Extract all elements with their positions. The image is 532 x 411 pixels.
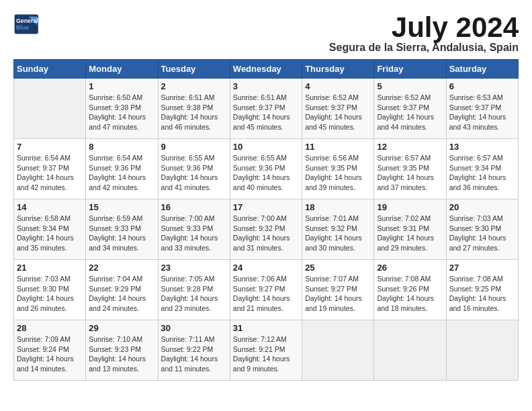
week-row-3: 14Sunrise: 6:58 AMSunset: 9:34 PMDayligh… [14, 199, 519, 260]
day-number: 3 [233, 81, 299, 91]
calendar-cell: 12Sunrise: 6:57 AMSunset: 9:35 PMDayligh… [374, 139, 446, 199]
calendar-cell: 5Sunrise: 6:52 AMSunset: 9:37 PMDaylight… [374, 79, 446, 139]
cell-content: Sunrise: 7:10 AMSunset: 9:23 PMDaylight:… [89, 334, 154, 374]
calendar-cell: 8Sunrise: 6:54 AMSunset: 9:36 PMDaylight… [86, 139, 158, 199]
calendar-cell: 16Sunrise: 7:00 AMSunset: 9:33 PMDayligh… [158, 199, 230, 260]
day-number: 22 [89, 263, 154, 273]
cell-content: Sunrise: 6:56 AMSunset: 9:35 PMDaylight:… [305, 153, 371, 193]
week-row-5: 28Sunrise: 7:09 AMSunset: 9:24 PMDayligh… [14, 320, 519, 381]
header-day-saturday: Saturday [446, 60, 518, 79]
day-number: 19 [377, 202, 443, 212]
svg-text:Blue: Blue [16, 24, 29, 31]
day-number: 13 [449, 142, 515, 152]
calendar-cell: 27Sunrise: 7:08 AMSunset: 9:25 PMDayligh… [446, 260, 518, 320]
cell-content: Sunrise: 6:54 AMSunset: 9:37 PMDaylight:… [17, 153, 83, 193]
day-number: 29 [89, 323, 154, 333]
cell-content: Sunrise: 7:09 AMSunset: 9:24 PMDaylight:… [17, 334, 83, 374]
calendar-cell: 28Sunrise: 7:09 AMSunset: 9:24 PMDayligh… [14, 320, 86, 381]
cell-content: Sunrise: 6:55 AMSunset: 9:36 PMDaylight:… [161, 153, 227, 193]
cell-content: Sunrise: 7:12 AMSunset: 9:21 PMDaylight:… [233, 334, 299, 374]
cell-content: Sunrise: 7:06 AMSunset: 9:27 PMDaylight:… [233, 274, 299, 314]
header-day-friday: Friday [374, 60, 446, 79]
cell-content: Sunrise: 6:58 AMSunset: 9:34 PMDaylight:… [17, 214, 83, 253]
cell-content: Sunrise: 7:01 AMSunset: 9:32 PMDaylight:… [305, 214, 371, 253]
title-area: July 2024 Segura de la Sierra, Andalusia… [329, 13, 519, 54]
calendar-cell: 20Sunrise: 7:03 AMSunset: 9:30 PMDayligh… [446, 199, 518, 260]
cell-content: Sunrise: 6:57 AMSunset: 9:34 PMDaylight:… [449, 153, 515, 193]
header-day-monday: Monday [86, 60, 158, 79]
calendar-cell: 29Sunrise: 7:10 AMSunset: 9:23 PMDayligh… [86, 320, 158, 381]
calendar-header-row: SundayMondayTuesdayWednesdayThursdayFrid… [14, 60, 519, 79]
cell-content: Sunrise: 6:53 AMSunset: 9:37 PMDaylight:… [449, 93, 515, 132]
day-number: 11 [305, 142, 371, 152]
day-number: 4 [305, 81, 371, 91]
day-number: 27 [449, 263, 515, 273]
cell-content: Sunrise: 6:52 AMSunset: 9:37 PMDaylight:… [305, 93, 371, 132]
day-number: 10 [233, 142, 299, 152]
location-subtitle: Segura de la Sierra, Andalusia, Spain [329, 42, 519, 54]
day-number: 2 [161, 81, 227, 91]
logo-icon: General Blue [13, 13, 40, 35]
cell-content: Sunrise: 7:03 AMSunset: 9:30 PMDaylight:… [449, 214, 515, 253]
day-number: 31 [233, 323, 299, 333]
cell-content: Sunrise: 6:52 AMSunset: 9:37 PMDaylight:… [377, 93, 443, 132]
cell-content: Sunrise: 6:51 AMSunset: 9:38 PMDaylight:… [161, 93, 227, 132]
header-day-sunday: Sunday [14, 60, 86, 79]
day-number: 26 [377, 263, 443, 273]
cell-content: Sunrise: 7:07 AMSunset: 9:27 PMDaylight:… [305, 274, 371, 314]
cell-content: Sunrise: 7:04 AMSunset: 9:29 PMDaylight:… [89, 274, 154, 314]
day-number: 20 [449, 202, 515, 212]
calendar-cell: 19Sunrise: 7:02 AMSunset: 9:31 PMDayligh… [374, 199, 446, 260]
week-row-4: 21Sunrise: 7:03 AMSunset: 9:30 PMDayligh… [14, 260, 519, 320]
calendar-cell: 24Sunrise: 7:06 AMSunset: 9:27 PMDayligh… [230, 260, 302, 320]
calendar-cell: 14Sunrise: 6:58 AMSunset: 9:34 PMDayligh… [14, 199, 86, 260]
cell-content: Sunrise: 7:03 AMSunset: 9:30 PMDaylight:… [17, 274, 83, 314]
calendar-cell: 26Sunrise: 7:08 AMSunset: 9:26 PMDayligh… [374, 260, 446, 320]
cell-content: Sunrise: 7:00 AMSunset: 9:33 PMDaylight:… [161, 214, 227, 253]
day-number: 15 [89, 202, 154, 212]
calendar-cell: 2Sunrise: 6:51 AMSunset: 9:38 PMDaylight… [158, 79, 230, 139]
day-number: 21 [17, 263, 83, 273]
cell-content: Sunrise: 6:51 AMSunset: 9:37 PMDaylight:… [233, 93, 299, 132]
day-number: 8 [89, 142, 154, 152]
day-number: 14 [17, 202, 83, 212]
cell-content: Sunrise: 7:05 AMSunset: 9:28 PMDaylight:… [161, 274, 227, 314]
day-number: 17 [233, 202, 299, 212]
day-number: 6 [449, 81, 515, 91]
calendar-cell: 15Sunrise: 6:59 AMSunset: 9:33 PMDayligh… [86, 199, 158, 260]
day-number: 16 [161, 202, 227, 212]
day-number: 28 [17, 323, 83, 333]
day-number: 1 [89, 81, 154, 91]
calendar-cell: 9Sunrise: 6:55 AMSunset: 9:36 PMDaylight… [158, 139, 230, 199]
cell-content: Sunrise: 6:59 AMSunset: 9:33 PMDaylight:… [89, 214, 154, 253]
calendar-cell: 22Sunrise: 7:04 AMSunset: 9:29 PMDayligh… [86, 260, 158, 320]
cell-content: Sunrise: 7:02 AMSunset: 9:31 PMDaylight:… [377, 214, 443, 253]
day-number: 9 [161, 142, 227, 152]
day-number: 23 [161, 263, 227, 273]
cell-content: Sunrise: 7:00 AMSunset: 9:32 PMDaylight:… [233, 214, 299, 253]
cell-content: Sunrise: 6:57 AMSunset: 9:35 PMDaylight:… [377, 153, 443, 193]
calendar-cell [302, 320, 374, 381]
calendar-cell [446, 320, 518, 381]
calendar-cell: 1Sunrise: 6:50 AMSunset: 9:38 PMDaylight… [86, 79, 158, 139]
day-number: 30 [161, 323, 227, 333]
day-number: 5 [377, 81, 443, 91]
calendar-table: SundayMondayTuesdayWednesdayThursdayFrid… [13, 59, 519, 381]
logo: General Blue [13, 13, 40, 35]
calendar-cell: 3Sunrise: 6:51 AMSunset: 9:37 PMDaylight… [230, 79, 302, 139]
cell-content: Sunrise: 7:08 AMSunset: 9:25 PMDaylight:… [449, 274, 515, 314]
week-row-1: 1Sunrise: 6:50 AMSunset: 9:38 PMDaylight… [14, 79, 519, 139]
calendar-cell: 10Sunrise: 6:55 AMSunset: 9:36 PMDayligh… [230, 139, 302, 199]
calendar-cell: 7Sunrise: 6:54 AMSunset: 9:37 PMDaylight… [14, 139, 86, 199]
page-header: General Blue July 2024 Segura de la Sier… [13, 13, 519, 54]
cell-content: Sunrise: 7:11 AMSunset: 9:22 PMDaylight:… [161, 334, 227, 374]
month-title: July 2024 [329, 13, 519, 42]
calendar-cell: 11Sunrise: 6:56 AMSunset: 9:35 PMDayligh… [302, 139, 374, 199]
calendar-cell [374, 320, 446, 381]
header-day-wednesday: Wednesday [230, 60, 302, 79]
calendar-cell: 4Sunrise: 6:52 AMSunset: 9:37 PMDaylight… [302, 79, 374, 139]
calendar-cell: 30Sunrise: 7:11 AMSunset: 9:22 PMDayligh… [158, 320, 230, 381]
calendar-cell: 13Sunrise: 6:57 AMSunset: 9:34 PMDayligh… [446, 139, 518, 199]
calendar-cell: 6Sunrise: 6:53 AMSunset: 9:37 PMDaylight… [446, 79, 518, 139]
cell-content: Sunrise: 6:50 AMSunset: 9:38 PMDaylight:… [89, 93, 154, 132]
